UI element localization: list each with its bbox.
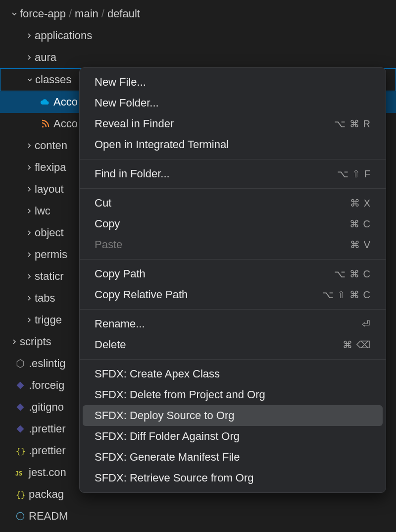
braces-icon [14,489,27,500]
tree-root[interactable]: force-app / main / default [0,3,396,25]
menu-label: Rename... [95,318,145,330]
folder-label: trigge [35,314,62,326]
menu-label: Copy Relative Path [95,288,188,301]
menu-label: Delete [95,338,126,351]
file-label: Acco [53,96,78,108]
folder-label: classes [35,73,71,86]
folder-label: object [35,226,64,239]
menu-label: New Folder... [95,97,159,109]
folder-label: applications [35,29,92,42]
menu-sfdx-generate-manifest[interactable]: SFDX: Generate Manifest File [83,447,383,468]
chevron-right-icon [24,163,35,171]
menu-copy[interactable]: Copy ⌘ C [83,213,383,234]
file-label: .prettier [29,444,66,457]
diamond-icon [14,381,27,390]
menu-open-terminal[interactable]: Open in Integrated Terminal [83,134,383,155]
file-readme[interactable]: READM [0,505,396,527]
menu-sfdx-diff-folder[interactable]: SFDX: Diff Folder Against Org [83,426,383,447]
menu-separator [80,359,386,360]
file-label: Acco [53,117,78,130]
info-icon [14,511,27,521]
menu-delete[interactable]: Delete ⌘ ⌫ [83,334,383,355]
chevron-right-icon [24,294,35,302]
chevron-down-icon [9,10,20,18]
folder-label: flexipa [35,161,66,174]
menu-new-file[interactable]: New File... [83,72,383,93]
menu-label: Copy [95,217,120,230]
menu-shortcut: ⌥ ⌘ R [334,118,371,130]
chevron-right-icon [24,316,35,324]
folder-label: permis [35,248,67,261]
chevron-right-icon [9,338,20,346]
chevron-right-icon [24,272,35,280]
breadcrumb-seg: default [107,7,140,20]
menu-label: SFDX: Create Apex Class [95,368,220,380]
menu-label: Reveal in Finder [95,117,174,130]
chevron-right-icon [24,142,35,150]
menu-shortcut: ⌘ X [350,197,371,209]
file-label: packag [29,488,64,501]
menu-sfdx-create-apex-class[interactable]: SFDX: Create Apex Class [83,364,383,384]
menu-separator [80,309,386,310]
breadcrumb-seg: main [75,7,99,20]
rss-icon [39,119,51,128]
diamond-icon [14,403,27,412]
menu-shortcut: ⌥ ⌘ C [334,268,371,280]
folder-label: aura [35,51,56,64]
menu-label: Find in Folder... [95,167,170,180]
chevron-right-icon [24,251,35,259]
breadcrumb-sep: / [101,7,104,20]
menu-shortcut: ⌥ ⇧ F [337,168,371,180]
chevron-right-icon [24,229,35,237]
diamond-icon [14,425,27,433]
menu-label: SFDX: Diff Folder Against Org [95,430,240,443]
folder-label: conten [35,139,67,152]
cloud-icon [39,97,51,107]
menu-separator [80,188,386,189]
menu-label: Cut [95,197,111,210]
menu-label: SFDX: Deploy Source to Org [95,409,234,422]
chevron-down-icon [24,76,35,84]
folder-label: scripts [20,335,51,348]
menu-copy-path[interactable]: Copy Path ⌥ ⌘ C [83,264,383,284]
menu-shortcut: ⌘ ⌫ [343,339,371,351]
menu-shortcut: ⌘ V [350,239,371,251]
menu-label: SFDX: Retrieve Source from Org [95,472,254,484]
chevron-right-icon [24,207,35,215]
folder-label: lwc [35,205,50,217]
menu-sfdx-retrieve-source[interactable]: SFDX: Retrieve Source from Org [83,468,383,488]
menu-shortcut: ⌘ C [349,218,371,230]
file-label: .prettier [29,423,66,435]
menu-separator [80,259,386,260]
menu-separator [80,159,386,160]
hexagon-icon [14,359,27,369]
menu-sfdx-delete[interactable]: SFDX: Delete from Project and Org [83,384,383,405]
file-label: .eslintig [29,357,66,370]
menu-new-folder[interactable]: New Folder... [83,93,383,113]
menu-copy-relative-path[interactable]: Copy Relative Path ⌥ ⇧ ⌘ C [83,284,383,305]
js-icon [14,467,27,478]
chevron-right-icon [24,53,35,61]
menu-label: Open in Integrated Terminal [95,138,229,151]
menu-label: SFDX: Delete from Project and Org [95,388,265,401]
menu-label: SFDX: Generate Manifest File [95,451,240,464]
folder-aura[interactable]: aura [0,47,396,68]
folder-applications[interactable]: applications [0,25,396,47]
menu-shortcut: ⏎ [362,318,371,330]
menu-label: Paste [95,238,122,251]
menu-cut[interactable]: Cut ⌘ X [83,193,383,213]
file-label: jest.con [29,466,66,479]
menu-paste: Paste ⌘ V [83,234,383,255]
file-label: .gitigno [29,401,64,414]
folder-label: tabs [35,292,55,305]
menu-sfdx-deploy-source[interactable]: SFDX: Deploy Source to Org [83,405,383,426]
menu-shortcut: ⌥ ⇧ ⌘ C [322,289,371,301]
menu-find-in-folder[interactable]: Find in Folder... ⌥ ⇧ F [83,163,383,184]
file-label: READM [29,510,68,523]
menu-rename[interactable]: Rename... ⏎ [83,314,383,334]
menu-reveal-in-finder[interactable]: Reveal in Finder ⌥ ⌘ R [83,113,383,134]
breadcrumb-sep: / [69,7,72,20]
file-label: .forceig [29,379,64,392]
menu-label: Copy Path [95,267,146,280]
folder-label: staticr [35,270,64,283]
